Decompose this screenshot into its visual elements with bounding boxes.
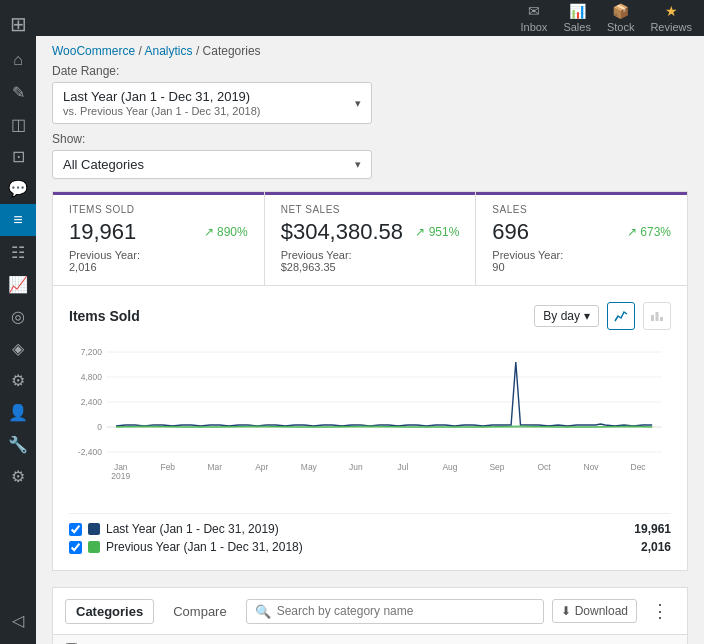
sidebar-icon-woocommerce[interactable]: ≡ [0,204,36,236]
breadcrumb-analytics[interactable]: Analytics [145,44,193,58]
stat-net-sales-prev: Previous Year:$28,963.35 [281,249,460,273]
th-sales: Sales [602,635,687,644]
chart-section: Items Sold By day ▾ [52,286,688,571]
sidebar-icon-products[interactable]: ☷ [0,236,36,268]
page-content: Date Range: Last Year (Jan 1 - Dec 31, 2… [36,64,704,644]
svg-rect-2 [660,317,663,321]
chevron-down-icon: ▾ [355,97,361,110]
svg-text:4,800: 4,800 [81,372,102,382]
by-day-select[interactable]: By day ▾ [534,305,599,327]
bar-chart-button[interactable] [643,302,671,330]
sidebar-icon-marketing[interactable]: ◎ [0,300,36,332]
stat-items-sold-change: 890% [204,225,248,239]
svg-rect-0 [651,315,654,321]
svg-text:Apr: Apr [255,462,268,472]
table-toolbar: Categories Compare 🔍 ⬇ Download ⋮ [53,588,687,635]
sidebar-icon-collapse[interactable]: ◁ [0,604,36,636]
svg-text:Jun: Jun [349,462,363,472]
svg-text:Nov: Nov [584,462,600,472]
stat-sales: SALES 696 673% Previous Year:90 [476,192,687,285]
legend-checkbox-current[interactable] [69,523,82,536]
show-select[interactable]: All Categories ▾ [52,150,372,179]
download-icon: ⬇ [561,604,571,618]
chart-header: Items Sold By day ▾ [69,302,671,330]
sidebar-icon-appearance[interactable]: ◈ [0,332,36,364]
stat-net-sales: NET SALES $304,380.58 951% Previous Year… [265,192,477,285]
sidebar-icon-pages[interactable]: ⊡ [0,140,36,172]
svg-text:2019: 2019 [111,471,130,481]
breadcrumb-current: Categories [203,44,261,58]
show-filter: Show: All Categories ▾ [52,132,688,179]
table-header-row: Category ↓ Items Sold Net Sales Products… [53,635,687,644]
tab-categories[interactable]: Categories [65,599,154,624]
admin-bar-stock[interactable]: 📦 Stock [607,3,635,33]
chart-svg: 7,200 4,800 2,400 0 -2,400 Jan 2019 Feb … [69,342,671,502]
stats-bar: ITEMS SOLD 19,961 890% Previous Year:2,0… [52,191,688,286]
svg-text:Feb: Feb [160,462,175,472]
svg-text:Oct: Oct [537,462,551,472]
admin-bar-inbox[interactable]: ✉ Inbox [520,3,547,33]
main-content: WooCommerce / Analytics / Categories Dat… [36,36,704,644]
svg-text:0: 0 [97,422,102,432]
show-label: Show: [52,132,688,146]
sidebar-icon-dashboard[interactable]: ⌂ [0,44,36,76]
svg-text:2,400: 2,400 [81,397,102,407]
download-label: Download [575,604,628,618]
sidebar-icon-wp[interactable]: ⊞ [0,8,36,40]
svg-text:Mar: Mar [208,462,223,472]
line-chart-icon [614,309,628,323]
date-range-filter: Date Range: Last Year (Jan 1 - Dec 31, 2… [52,64,688,124]
download-button[interactable]: ⬇ Download [552,599,637,623]
legend-label-prev: Previous Year (Jan 1 - Dec 31, 2018) [106,540,303,554]
svg-text:Aug: Aug [442,462,457,472]
legend-value-prev: 2,016 [641,540,671,554]
chart-controls: By day ▾ [534,302,671,330]
search-input[interactable] [277,604,535,618]
legend-item-current: Last Year (Jan 1 - Dec 31, 2019) 19,961 [69,522,671,536]
breadcrumb-woocommerce[interactable]: WooCommerce [52,44,135,58]
stock-icon: 📦 [612,3,629,19]
sidebar-icon-users[interactable]: 👤 [0,396,36,428]
th-checkbox [53,635,90,644]
legend-label-current: Last Year (Jan 1 - Dec 31, 2019) [106,522,279,536]
sidebar-icon-plugins[interactable]: ⚙ [0,364,36,396]
tab-compare[interactable]: Compare [162,599,237,624]
line-chart-button[interactable] [607,302,635,330]
admin-bar: ✉ Inbox 📊 Sales 📦 Stock ★ Reviews [36,0,704,36]
sidebar-icon-analytics[interactable]: 📈 [0,268,36,300]
sidebar-icon-posts[interactable]: ✎ [0,76,36,108]
sidebar-icon-settings[interactable]: ⚙ [0,460,36,492]
sidebar: ⊞ ⌂ ✎ ◫ ⊡ 💬 ≡ ☷ 📈 ◎ ◈ ⚙ 👤 🔧 ⚙ ◁ [0,0,36,644]
sidebar-icon-comments[interactable]: 💬 [0,172,36,204]
th-items-sold[interactable]: ↓ Items Sold [206,635,350,644]
by-day-label: By day [543,309,580,323]
svg-text:-2,400: -2,400 [78,447,102,457]
search-icon: 🔍 [255,604,271,619]
sidebar-icon-media[interactable]: ◫ [0,108,36,140]
legend-dot-current [88,523,100,535]
stat-items-sold: ITEMS SOLD 19,961 890% Previous Year:2,0… [53,192,265,285]
admin-bar-reviews[interactable]: ★ Reviews [650,3,692,33]
sidebar-icon-tools[interactable]: 🔧 [0,428,36,460]
chart-container: 7,200 4,800 2,400 0 -2,400 Jan 2019 Feb … [69,342,671,505]
legend-value-current: 19,961 [634,522,671,536]
chart-title: Items Sold [69,308,140,324]
stat-net-sales-change: 951% [415,225,459,239]
date-range-select[interactable]: Last Year (Jan 1 - Dec 31, 2019) vs. Pre… [52,82,372,124]
breadcrumb: WooCommerce / Analytics / Categories [36,36,704,64]
reviews-icon: ★ [665,3,678,19]
legend-item-prev: Previous Year (Jan 1 - Dec 31, 2018) 2,0… [69,540,671,554]
stat-sales-change: 673% [627,225,671,239]
legend-checkbox-prev[interactable] [69,541,82,554]
chevron-down-icon-3: ▾ [584,309,590,323]
date-range-subtext: vs. Previous Year (Jan 1 - Dec 31, 2018) [63,105,261,117]
inbox-icon: ✉ [528,3,540,19]
stat-net-sales-label: NET SALES [281,204,460,215]
more-options-button[interactable]: ⋮ [645,598,675,624]
date-range-label: Date Range: [52,64,688,78]
svg-text:7,200: 7,200 [81,347,102,357]
admin-bar-sales[interactable]: 📊 Sales [563,3,591,33]
categories-table: Category ↓ Items Sold Net Sales Products… [53,635,687,644]
stat-sales-prev: Previous Year:90 [492,249,671,273]
stat-items-sold-prev: Previous Year:2,016 [69,249,248,273]
